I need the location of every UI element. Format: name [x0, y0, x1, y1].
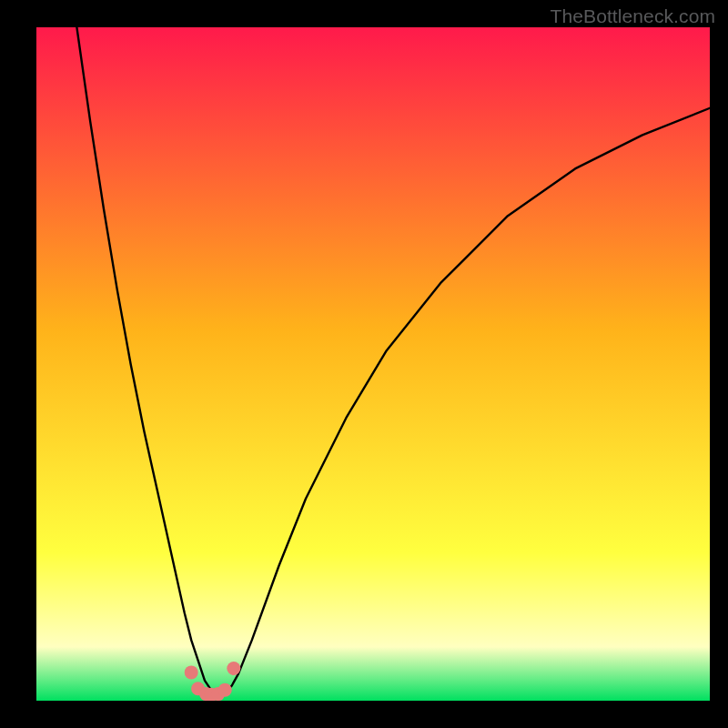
watermark-text: TheBottleneck.com: [551, 5, 715, 27]
curve-marker: [218, 683, 232, 697]
chart-svg: [36, 27, 710, 701]
chart-frame: TheBottleneck.com: [0, 0, 728, 728]
plot-area: [36, 27, 710, 701]
curve-marker: [227, 662, 240, 675]
gradient-background: [36, 27, 710, 701]
curve-marker: [185, 665, 198, 679]
